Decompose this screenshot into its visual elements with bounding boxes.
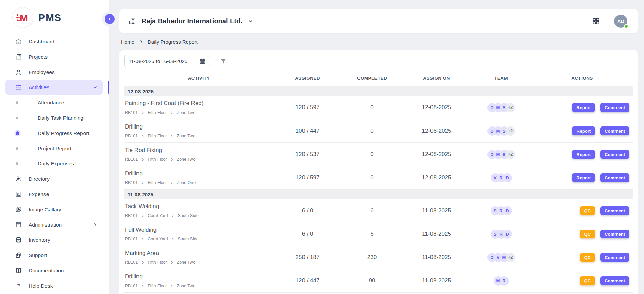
actions-cell: QCComment <box>532 276 633 285</box>
comment-button[interactable]: Comment <box>600 276 629 285</box>
chevron-down-icon <box>93 85 98 90</box>
sidebar-item-inventory[interactable]: Inventory <box>5 232 103 248</box>
logo-m-icon: M <box>15 10 30 25</box>
help-icon: ? <box>15 282 22 290</box>
team-cell: DMS+2 <box>471 126 532 136</box>
funnel-icon[interactable] <box>220 57 227 65</box>
activity-name: Tie Rod Fixing <box>125 147 274 154</box>
sidebar-item-dashboard[interactable]: Dashboard <box>5 34 103 49</box>
sidebar-subitem-daily-task-planning[interactable]: Daily Task Planning <box>5 110 103 125</box>
sidebar-item-help-desk[interactable]: ?Help Desk <box>5 278 103 293</box>
comment-button[interactable]: Comment <box>600 253 629 262</box>
sidebar-subitem-project-report[interactable]: Project Report <box>5 141 103 156</box>
image-icon <box>15 206 22 213</box>
sidebar-subitem-daily-progress-report[interactable]: Daily Progress Report <box>5 125 103 141</box>
archive-icon <box>15 221 22 229</box>
avatar-initials: AD <box>617 18 625 24</box>
qc-button[interactable]: QC <box>580 230 595 238</box>
activity-cell: Tie Rod FixingRB101Fifth FloorZone Two <box>124 147 274 162</box>
sidebar-item-support[interactable]: Support <box>5 248 103 263</box>
team-overflow-badge: +2 <box>506 103 515 112</box>
table-row: Painting - First Coat (Fire Red)RB101Fif… <box>124 96 633 119</box>
people-icon <box>15 175 22 183</box>
breadcrumb-home[interactable]: Home <box>121 39 134 45</box>
comment-button[interactable]: Comment <box>600 206 629 215</box>
user-avatar[interactable]: AD <box>614 15 627 28</box>
comment-button[interactable]: Comment <box>600 230 629 238</box>
qc-button[interactable]: QC <box>580 206 595 215</box>
activity-cell: Tack WeldingRB101Court YardSouth Side <box>124 203 274 218</box>
table-row: Marking AreaRB101Fifth FloorZone Two250 … <box>124 246 633 269</box>
comment-button[interactable]: Comment <box>600 150 629 159</box>
comment-button[interactable]: Comment <box>600 173 629 182</box>
sidebar-item-label: Image Gallary <box>29 207 61 213</box>
sidebar-item-projects[interactable]: Projects <box>5 49 103 64</box>
chevron-right-icon <box>141 134 145 138</box>
sidebar-item-expense[interactable]: Expense <box>5 187 103 202</box>
date-range-input[interactable]: 11-08-2025 to 16-08-2025 <box>124 55 210 67</box>
apps-grid-icon[interactable] <box>592 17 600 25</box>
progress-report-table: ACTIVITYASSIGNEDCOMPLETEDASSIGN ONTEAMAC… <box>124 70 633 293</box>
sidebar-item-image-gallary[interactable]: Image Gallary <box>5 202 103 217</box>
activity-name: Tack Welding <box>125 203 274 210</box>
sidebar-item-label: Employees <box>29 69 55 75</box>
activity-name: Drilling <box>125 123 274 130</box>
assign-on-cell: 11-08-2025 <box>403 254 471 261</box>
comment-button[interactable]: Comment <box>600 126 629 135</box>
qc-button[interactable]: QC <box>580 253 595 262</box>
path-segment: RB101 <box>125 213 138 218</box>
report-button[interactable]: Report <box>572 103 595 112</box>
sidebar-item-employees[interactable]: Employees <box>5 64 103 80</box>
table-row: DrillingRB101Fifth FloorZone Two120 / 44… <box>124 269 633 293</box>
activity-location-path: RB101Fifth FloorZone Two <box>125 260 274 265</box>
path-segment: Fifth Floor <box>148 260 167 265</box>
activity-location-path: RB101Fifth FloorZone One <box>125 180 274 185</box>
assigned-cell: 120 / 447 <box>274 277 342 284</box>
svg-text:M: M <box>20 12 28 23</box>
activity-location-path: RB101Fifth FloorZone Two <box>125 110 274 115</box>
sidebar-item-directory[interactable]: Directory <box>5 171 103 187</box>
sidebar-item-activities[interactable]: Activities <box>5 80 103 95</box>
date-group-header: 11-08-2025 <box>124 190 633 199</box>
assign-on-cell: 11-08-2025 <box>403 207 471 214</box>
report-button[interactable]: Report <box>572 150 595 159</box>
activity-location-path: RB101Fifth FloorZone Two <box>125 134 274 138</box>
path-segment: Court Yard <box>148 213 168 218</box>
report-button[interactable]: Report <box>572 173 595 182</box>
sidebar-item-documentation[interactable]: Documentation <box>5 263 103 278</box>
sidebar-subitem-daily-expenses[interactable]: Daily Expenses <box>5 156 103 171</box>
chevron-right-icon <box>170 158 174 161</box>
team-cell: SRD <box>471 230 532 239</box>
completed-cell: 230 <box>342 254 403 261</box>
activity-name: Drilling <box>125 170 274 177</box>
path-segment: RB101 <box>125 237 138 241</box>
sidebar-subitem-attendance[interactable]: Attendance <box>5 95 103 110</box>
assign-on-cell: 12-08-2025 <box>403 128 471 134</box>
assign-on-cell: 12-08-2025 <box>403 104 471 111</box>
list-icon <box>15 84 22 91</box>
team-cell: MR <box>471 276 532 286</box>
qc-button[interactable]: QC <box>580 276 595 285</box>
comment-button[interactable]: Comment <box>600 103 629 112</box>
table-body: 12-08-2025Painting - First Coat (Fire Re… <box>124 86 633 293</box>
app-root: M PMS DashboardProjectsEmployeesActiviti… <box>0 0 644 294</box>
sidebar-item-administration[interactable]: Administration <box>5 217 103 232</box>
building-icon <box>15 53 22 61</box>
report-button[interactable]: Report <box>572 126 595 135</box>
team-cell: VRD <box>471 173 532 182</box>
assign-on-cell: 12-08-2025 <box>403 151 471 158</box>
sidebar-item-label: Activities <box>29 84 49 91</box>
activity-cell: DrillingRB101Fifth FloorZone Two <box>124 273 274 288</box>
chevron-right-icon <box>141 181 145 185</box>
home-icon <box>15 38 22 45</box>
path-segment: South Side <box>178 237 199 241</box>
path-segment: South Side <box>178 213 199 218</box>
column-header-assigned: ASSIGNED <box>274 76 342 81</box>
column-header-completed: COMPLETED <box>342 76 403 81</box>
main-area: Raja Bahadur International Ltd. AD Home … <box>110 0 644 294</box>
sidebar-collapse-button[interactable] <box>105 14 115 24</box>
date-group-header: 12-08-2025 <box>124 86 633 96</box>
table-row: Full WeldingRB101Court YardSouth Side6 /… <box>124 222 633 246</box>
sidebar-subitem-label: Daily Progress Report <box>38 130 89 136</box>
company-selector[interactable]: Raja Bahadur International Ltd. <box>128 17 253 25</box>
